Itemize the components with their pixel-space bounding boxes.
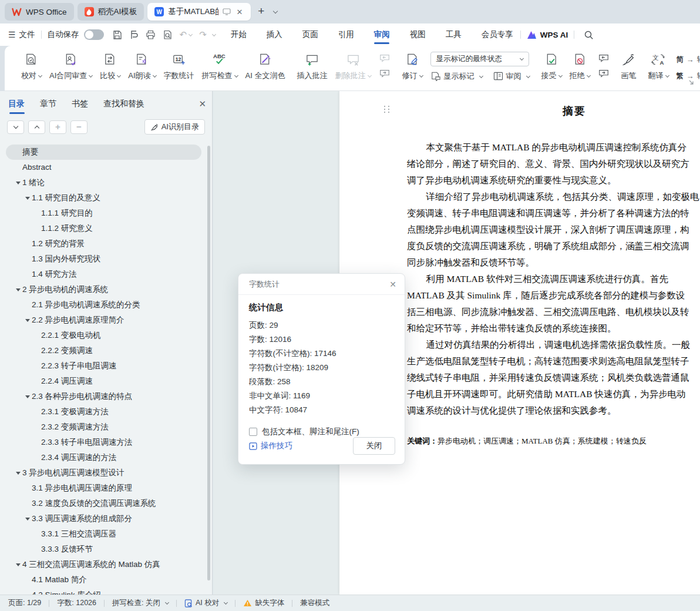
- toc-item[interactable]: 4.1 Matlab 简介: [6, 572, 201, 588]
- show-markup-button[interactable]: 显示标记: [430, 71, 483, 82]
- ai-read-aloud-button[interactable]: AI朗读: [128, 51, 156, 81]
- toc-item[interactable]: 1.1 研究目的及意义: [6, 190, 201, 206]
- redo-chevron-icon[interactable]: [212, 32, 216, 36]
- toc-item[interactable]: 1.3 国内外研究现状: [6, 251, 201, 267]
- dialog-close-icon[interactable]: ✕: [389, 280, 396, 289]
- insert-comment-button[interactable]: 插入批注: [297, 51, 328, 81]
- toc-item[interactable]: 2.3.1 变极调速方法: [6, 404, 201, 419]
- sidebar-scrollbar[interactable]: [207, 146, 210, 580]
- toc-zoom-in-button[interactable]: +: [49, 120, 66, 134]
- file-menu[interactable]: ☰ 文件: [8, 29, 35, 40]
- track-changes-button[interactable]: 修订: [402, 51, 423, 81]
- checkbox-icon[interactable]: [249, 428, 257, 436]
- menu-item-view[interactable]: 视图: [409, 24, 427, 45]
- simplified-to-traditional-button[interactable]: 简→ 转繁: [677, 54, 700, 65]
- dialog-close-button[interactable]: 关闭: [353, 437, 395, 455]
- compare-button[interactable]: 比较: [100, 51, 120, 81]
- collapse-arrow-icon[interactable]: [23, 395, 32, 398]
- tab-wps-office[interactable]: WPS Office: [5, 3, 74, 21]
- toc-item[interactable]: 2.2.2 变频调速: [6, 343, 201, 358]
- save-icon[interactable]: [112, 30, 122, 40]
- collapse-arrow-icon[interactable]: [23, 197, 32, 200]
- toc-item[interactable]: 2.3.4 调压调速的方法: [6, 450, 201, 465]
- ribbon-expand-icon[interactable]: [688, 78, 694, 87]
- markup-state-dropdown[interactable]: 显示标记的最终状态: [430, 52, 529, 66]
- ai-recognize-toc-button[interactable]: AI识别目录: [144, 119, 205, 135]
- menu-item-tools[interactable]: 工具: [445, 24, 463, 45]
- toc-item[interactable]: 2.2.1 变极电动机: [6, 328, 201, 343]
- toc-item[interactable]: 1.1.1 研究目的: [6, 206, 201, 221]
- print-preview-icon[interactable]: [163, 30, 173, 40]
- tab-docer-templates[interactable]: 稻壳AI模板: [78, 3, 144, 21]
- page-indicator[interactable]: 页面: 1/29: [8, 598, 41, 608]
- print-icon[interactable]: [146, 30, 156, 39]
- toc-item[interactable]: 3.1 异步电机调压调速的原理: [6, 481, 201, 496]
- toc-item[interactable]: 1.1.2 研究意义: [6, 221, 201, 236]
- toc-item[interactable]: 3 异步电机调压调速模型设计: [6, 465, 201, 481]
- sidebar-tab-find-replace[interactable]: 查找和替换: [103, 95, 144, 113]
- menu-item-review[interactable]: 审阅: [373, 24, 391, 45]
- toc-item[interactable]: 3.3.3 反馈环节: [6, 542, 201, 557]
- collapse-arrow-icon[interactable]: [23, 518, 32, 521]
- toc-zoom-out-button[interactable]: −: [70, 120, 88, 134]
- next-change-icon[interactable]: [598, 69, 610, 79]
- wps-ai-button[interactable]: WPS AI: [527, 31, 568, 39]
- toc-item[interactable]: 2.3 各种异步电机调速的特点: [6, 389, 201, 404]
- word-count-button[interactable]: 12 字数统计: [164, 51, 194, 81]
- paragraph-drag-handle-icon[interactable]: [384, 106, 391, 115]
- collapse-arrow-icon[interactable]: [14, 288, 22, 291]
- toc-collapse-button[interactable]: [28, 120, 45, 134]
- missing-font-warning[interactable]: 缺失字体: [243, 598, 284, 608]
- toc-item[interactable]: 1 绪论: [6, 175, 201, 190]
- include-textbox-footnote-checkbox-row[interactable]: 包括文本框、脚注和尾注(F): [249, 427, 394, 437]
- toc-item[interactable]: 2 异步电动机的调速系统: [6, 282, 201, 297]
- toc-item[interactable]: 3.3.1 三相交流调压器: [6, 526, 201, 542]
- new-tab-button[interactable]: +: [254, 5, 268, 19]
- sidebar-close-icon[interactable]: ✕: [198, 99, 206, 109]
- sidebar-tab-bookmarks[interactable]: 书签: [72, 95, 88, 113]
- toc-item[interactable]: 摘要: [6, 145, 201, 160]
- pen-button[interactable]: 画笔: [621, 51, 637, 81]
- tab-list-chevron-icon[interactable]: [273, 9, 278, 14]
- spell-check-button[interactable]: ABC 拼写检查: [202, 51, 238, 81]
- toc-item[interactable]: Abstract: [6, 160, 201, 175]
- toc-item[interactable]: 2.1 异步电动机调速系统的分类: [6, 297, 201, 313]
- ai-polish-button[interactable]: AI 全文润色: [245, 51, 285, 81]
- toc-item[interactable]: 2.2.3 转子串电阻调速: [6, 358, 201, 374]
- collapse-arrow-icon[interactable]: [14, 563, 22, 566]
- toc-item[interactable]: 1.2 研究的背景: [6, 236, 201, 251]
- toc-expand-button[interactable]: [7, 120, 24, 134]
- toc-item[interactable]: 4.2 Simulink 库介绍: [6, 588, 201, 595]
- sidebar-tab-chapters[interactable]: 章节: [40, 95, 56, 113]
- redo-icon[interactable]: ↷: [199, 29, 207, 40]
- tab-document[interactable]: W 基于MATLAB的调压调速控制 ✕: [147, 3, 251, 21]
- accept-change-button[interactable]: 接受: [541, 51, 562, 81]
- search-icon[interactable]: [584, 30, 594, 40]
- toc-item[interactable]: 2.2.4 调压调速: [6, 374, 201, 389]
- export-pdf-icon[interactable]: [129, 30, 139, 40]
- present-to-screen-icon[interactable]: [223, 8, 231, 15]
- toc-item[interactable]: 4 三相交流调压调速系统的 Matlab 仿真: [6, 557, 201, 572]
- tips-link[interactable]: 操作技巧: [249, 441, 292, 451]
- collapse-arrow-icon[interactable]: [14, 182, 22, 184]
- autosave-toggle[interactable]: [84, 29, 104, 40]
- compatibility-mode-indicator[interactable]: 兼容模式: [300, 598, 329, 608]
- menu-item-membership[interactable]: 会员专享: [480, 24, 514, 45]
- toc-item[interactable]: 2.3.3 转子串电阻调速方法: [6, 435, 201, 450]
- previous-comment-icon[interactable]: [379, 53, 391, 63]
- collapse-arrow-icon[interactable]: [23, 319, 32, 322]
- close-tab-icon[interactable]: ✕: [235, 8, 244, 16]
- reject-change-button[interactable]: 拒绝: [570, 51, 590, 81]
- toc-item[interactable]: 2.3.2 变频调速方法: [6, 419, 201, 435]
- ai-proofread-status[interactable]: AI 校对: [184, 598, 227, 608]
- ai-contract-review-button[interactable]: AI合同审查: [49, 51, 92, 81]
- spell-check-status[interactable]: 拼写检查: 关闭: [112, 598, 169, 608]
- proofread-button[interactable]: 校对: [21, 51, 42, 81]
- translate-button[interactable]: 文A 翻译: [648, 51, 669, 81]
- toc-item[interactable]: 1.4 研究方法: [6, 267, 201, 282]
- word-count-indicator[interactable]: 字数: 12026: [57, 598, 96, 608]
- previous-change-icon[interactable]: [598, 53, 610, 63]
- menu-item-start[interactable]: 开始: [230, 24, 248, 45]
- toc-item[interactable]: 2.2 异步电机调速原理简介: [6, 313, 201, 328]
- menu-item-page[interactable]: 页面: [301, 24, 319, 45]
